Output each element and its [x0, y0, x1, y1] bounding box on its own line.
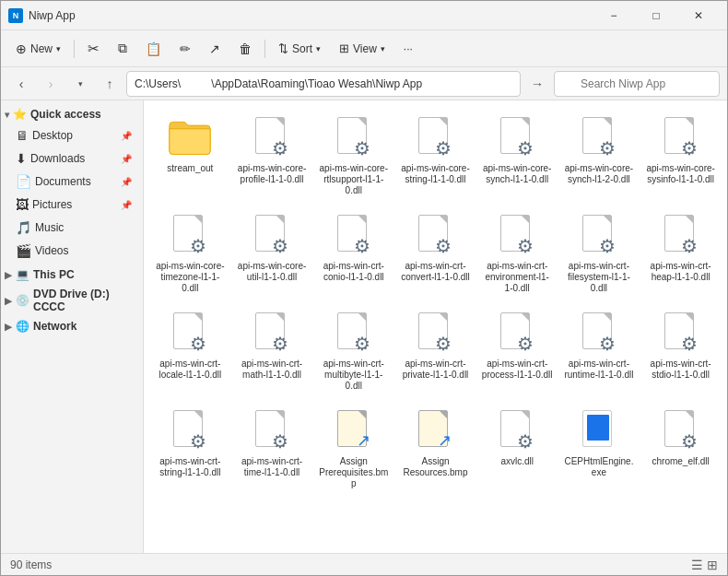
paste-icon: 📋 [146, 41, 161, 56]
dvd-label: DVD Drive (D:) CCCC [33, 288, 135, 313]
network-icon: 🌐 [16, 320, 29, 333]
file-item-f5[interactable]: ⚙ api-ms-win-core-synch-l1-2-0.dll [560, 108, 639, 202]
file-item-f1[interactable]: ⚙ api-ms-win-core-profile-l1-1-0.dll [233, 108, 311, 202]
share-button[interactable]: ↗ [202, 36, 228, 62]
sidebar-item-pictures[interactable]: 🖼 Pictures 📌 [5, 194, 139, 216]
file-item-f6[interactable]: ⚙ api-ms-win-core-sysinfo-l1-1-0.dll [641, 108, 720, 202]
file-item-f26[interactable]: CEPHtmlEngine.exe [560, 401, 639, 495]
file-item-f8[interactable]: ⚙ api-ms-win-core-util-l1-1-0.dll [233, 206, 311, 300]
go-button[interactable]: → [524, 71, 550, 97]
file-item-f23[interactable]: ↗ Assign Prerequisites.bmp [314, 401, 393, 495]
documents-label: Documents [35, 175, 91, 188]
dll-icon: ⚙ [659, 211, 703, 259]
dll-icon: ⚙ [577, 309, 621, 357]
file-item-f16[interactable]: ⚙ api-ms-win-crt-multibyte-l1-1-0.dll [314, 303, 393, 397]
file-item-f3[interactable]: ⚙ api-ms-win-core-string-l1-1-0.dll [396, 108, 475, 202]
file-item-f10[interactable]: ⚙ api-ms-win-crt-convert-l1-1-0.dll [396, 206, 475, 300]
file-name: axvlc.dll [500, 456, 534, 467]
network-group[interactable]: ▶ 🌐 Network [1, 317, 143, 335]
sidebar: ▾ ⭐ Quick access 🖥 Desktop 📌 ⬇ Downloads… [1, 100, 144, 553]
sort-button[interactable]: ⇅ Sort ▾ [271, 36, 328, 62]
dll-icon: ⚙ [659, 113, 703, 161]
search-input[interactable] [554, 71, 720, 97]
this-pc-arrow: ▶ [5, 270, 12, 280]
quick-access-group[interactable]: ▾ ⭐ Quick access [1, 105, 143, 123]
file-item-f21[interactable]: ⚙ api-ms-win-crt-string-l1-1-0.dll [151, 401, 229, 495]
dll-icon: ⚙ [577, 113, 621, 161]
new-chevron-icon: ▾ [56, 44, 61, 53]
title-bar: N Niwp App − □ ✕ [1, 1, 727, 30]
pictures-pin-icon: 📌 [121, 200, 132, 210]
file-item-f15[interactable]: ⚙ api-ms-win-crt-math-l1-1-0.dll [233, 303, 311, 397]
maximize-button[interactable]: □ [635, 1, 677, 30]
file-item-f24[interactable]: ↗ Assign Resources.bmp [396, 401, 475, 495]
sidebar-item-documents[interactable]: 📄 Documents 📌 [5, 170, 139, 193]
dll-icon: ⚙ [495, 406, 539, 454]
this-pc-group[interactable]: ▶ 💻 This PC [1, 265, 143, 284]
share-icon: ↗ [209, 41, 220, 56]
close-button[interactable]: ✕ [677, 1, 720, 30]
copy-button[interactable]: ⧉ [111, 36, 135, 62]
new-button[interactable]: ⊕ New ▾ [8, 36, 68, 62]
paste-button[interactable]: 📋 [138, 36, 169, 62]
file-item-f12[interactable]: ⚙ api-ms-win-crt-filesystem-l1-1-0.dll [560, 206, 639, 300]
app-icon: N [8, 8, 23, 23]
dll-icon: ⚙ [413, 211, 457, 259]
downloads-icon: ⬇ [16, 151, 27, 166]
file-item-f7[interactable]: ⚙ api-ms-win-core-timezone-l1-1-0.dll [151, 206, 229, 300]
file-item-f27[interactable]: ⚙ chrome_elf.dll [641, 401, 720, 495]
file-item-f13[interactable]: ⚙ api-ms-win-crt-heap-l1-1-0.dll [641, 206, 720, 300]
file-item-f20[interactable]: ⚙ api-ms-win-crt-stdio-l1-1-0.dll [641, 303, 720, 397]
minimize-button[interactable]: − [593, 1, 635, 30]
file-item-f11[interactable]: ⚙ api-ms-win-crt-environment-l1-1-0.dll [478, 206, 557, 300]
dvd-group[interactable]: ▶ 💿 DVD Drive (D:) CCCC [1, 285, 143, 316]
file-item-stream_out[interactable]: stream_out [151, 108, 229, 202]
file-item-f25[interactable]: ⚙ axvlc.dll [478, 401, 557, 495]
address-input[interactable] [126, 71, 521, 97]
file-item-f4[interactable]: ⚙ api-ms-win-core-synch-l1-1-0.dll [478, 108, 557, 202]
sidebar-item-desktop[interactable]: 🖥 Desktop 📌 [5, 124, 139, 147]
file-name: api-ms-win-core-sysinfo-l1-1-0.dll [645, 163, 716, 185]
list-view-icon[interactable]: ☰ [691, 558, 703, 572]
file-name: api-ms-win-crt-multibyte-l1-1-0.dll [318, 359, 389, 392]
back-button[interactable]: ‹ [8, 71, 34, 97]
view-button[interactable]: ⊞ View ▾ [332, 36, 393, 62]
more-icon: ··· [404, 42, 413, 55]
file-item-f17[interactable]: ⚙ api-ms-win-crt-private-l1-1-0.dll [396, 303, 475, 397]
dll-icon: ⚙ [495, 113, 539, 161]
search-wrapper: 🔍 [554, 71, 720, 97]
sidebar-item-downloads[interactable]: ⬇ Downloads 📌 [5, 147, 139, 170]
network-arrow: ▶ [5, 322, 12, 332]
view-label: View [353, 42, 377, 55]
file-item-f2[interactable]: ⚙ api-ms-win-core-rtlsupport-l1-1-0.dll [314, 108, 393, 202]
more-button[interactable]: ··· [396, 36, 420, 62]
rename-button[interactable]: ✏ [172, 36, 198, 62]
sidebar-item-videos[interactable]: 🎬 Videos [5, 240, 139, 262]
file-name: api-ms-win-core-string-l1-1-0.dll [400, 163, 471, 185]
up-button[interactable]: ↑ [97, 71, 123, 97]
view-toggle: ☰ ⊞ [691, 558, 718, 572]
file-name: api-ms-win-core-synch-l1-2-0.dll [564, 163, 635, 185]
bmp-icon: ↗ [332, 406, 376, 454]
videos-icon: 🎬 [16, 243, 31, 258]
file-item-f14[interactable]: ⚙ api-ms-win-crt-locale-l1-1-0.dll [151, 303, 229, 397]
file-name: api-ms-win-crt-convert-l1-1-0.dll [400, 261, 471, 283]
item-count: 90 items [10, 558, 52, 571]
file-name: api-ms-win-crt-heap-l1-1-0.dll [645, 261, 716, 283]
file-item-f19[interactable]: ⚙ api-ms-win-crt-runtime-l1-1-0.dll [560, 303, 639, 397]
forward-button[interactable]: › [38, 71, 64, 97]
recent-button[interactable]: ▾ [67, 71, 93, 97]
file-item-f9[interactable]: ⚙ api-ms-win-crt-conio-l1-1-0.dll [314, 206, 393, 300]
window-title: Niwp App [29, 9, 593, 22]
sort-label: Sort [292, 42, 312, 55]
sidebar-item-music[interactable]: 🎵 Music [5, 217, 139, 239]
file-item-f18[interactable]: ⚙ api-ms-win-crt-process-l1-1-0.dll [478, 303, 557, 397]
grid-view-icon[interactable]: ⊞ [707, 558, 718, 572]
bmp-icon: ↗ [413, 406, 457, 454]
file-name: Assign Resources.bmp [400, 456, 471, 478]
downloads-label: Downloads [30, 152, 85, 165]
cut-button[interactable]: ✂ [80, 36, 107, 62]
sort-icon: ⇅ [278, 41, 288, 55]
delete-button[interactable]: 🗑 [231, 36, 259, 62]
file-item-f22[interactable]: ⚙ api-ms-win-crt-time-l1-1-0.dll [233, 401, 311, 495]
